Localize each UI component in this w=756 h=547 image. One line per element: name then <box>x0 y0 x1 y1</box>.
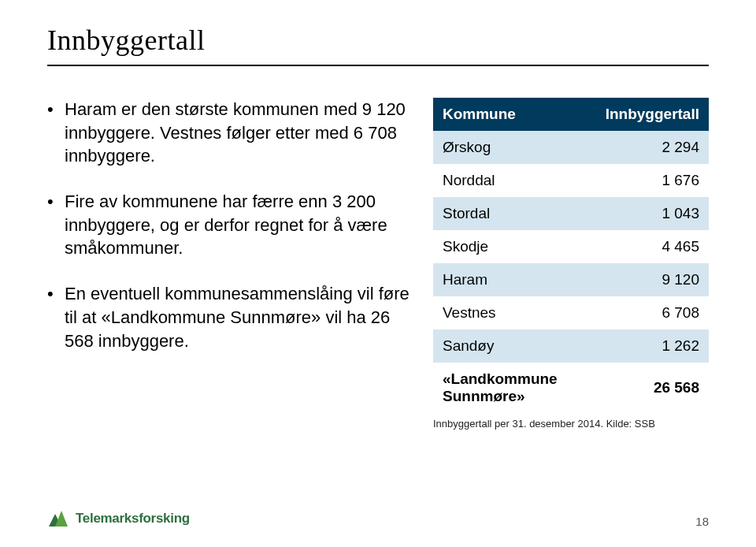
cell-name: «Landkommune Sunnmøre» <box>433 363 596 413</box>
cell-name: Vestnes <box>433 296 596 329</box>
table-row: Stordal 1 043 <box>433 197 709 230</box>
page-title: Innbyggertall <box>47 24 709 57</box>
table-row: Sandøy 1 262 <box>433 329 709 363</box>
cell-name: Sandøy <box>433 329 596 363</box>
cell-value: 1 262 <box>596 329 709 363</box>
list-item: Haram er den største kommunen med 9 120 … <box>47 98 410 168</box>
population-table: Kommune Innbyggertall Ørskog 2 294 Nordd… <box>433 98 709 413</box>
cell-name: Haram <box>433 263 596 296</box>
list-item: Fire av kommunene har færre enn 3 200 in… <box>47 190 410 260</box>
cell-value: 2 294 <box>596 131 709 164</box>
bullet-list: Haram er den største kommunen med 9 120 … <box>47 98 410 352</box>
col-kommune: Kommune <box>433 98 596 131</box>
cell-name: Norddal <box>433 164 596 197</box>
cell-value: 26 568 <box>596 363 709 413</box>
table-row: Ørskog 2 294 <box>433 131 709 164</box>
cell-value: 9 120 <box>596 263 709 296</box>
cell-name: Skodje <box>433 230 596 263</box>
table-header-row: Kommune Innbyggertall <box>433 98 709 131</box>
cell-name: Ørskog <box>433 131 596 164</box>
table-source: Innbyggertall per 31. desember 2014. Kil… <box>433 418 709 430</box>
table-column: Kommune Innbyggertall Ørskog 2 294 Nordd… <box>433 98 709 430</box>
cell-value: 1 043 <box>596 197 709 230</box>
title-rule <box>47 65 709 66</box>
slide: Innbyggertall Haram er den største kommu… <box>0 0 756 547</box>
page-number: 18 <box>695 515 709 528</box>
logo-text: Telemarksforsking <box>76 511 190 527</box>
table-row: Norddal 1 676 <box>433 164 709 197</box>
logo: Telemarksforsking <box>47 509 190 528</box>
table-row: Skodje 4 465 <box>433 230 709 263</box>
list-item: En eventuell kommunesammenslåing vil før… <box>47 282 410 352</box>
cell-name: Stordal <box>433 197 596 230</box>
logo-icon <box>47 509 69 528</box>
cell-value: 4 465 <box>596 230 709 263</box>
footer: Telemarksforsking 18 <box>47 509 709 528</box>
table-row: Haram 9 120 <box>433 263 709 296</box>
cell-value: 6 708 <box>596 296 709 329</box>
cell-value: 1 676 <box>596 164 709 197</box>
table-row-total: «Landkommune Sunnmøre» 26 568 <box>433 363 709 413</box>
col-innbyggertall: Innbyggertall <box>596 98 709 131</box>
table-row: Vestnes 6 708 <box>433 296 709 329</box>
bullet-column: Haram er den største kommunen med 9 120 … <box>47 98 410 430</box>
content-row: Haram er den største kommunen med 9 120 … <box>47 98 709 430</box>
